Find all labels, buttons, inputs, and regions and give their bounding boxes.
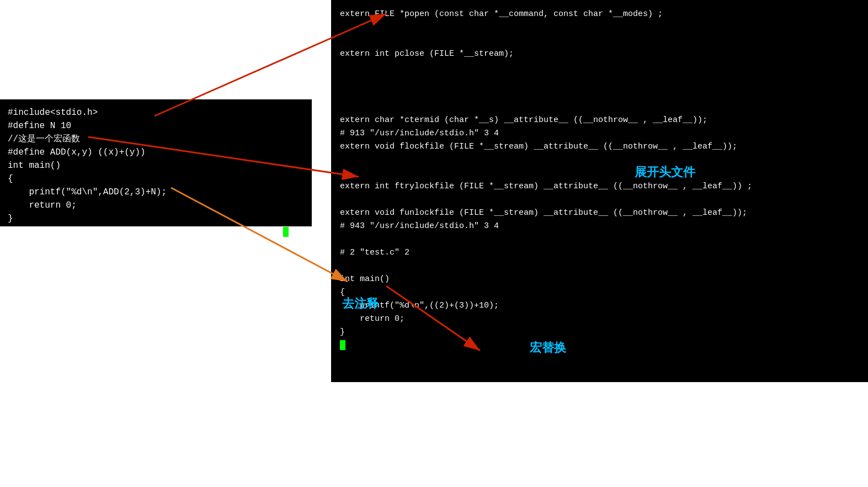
close-brace-line: } <box>8 214 13 224</box>
left-terminal: #include<stdio.h> #define N 10 //这是一个宏函数… <box>0 99 312 226</box>
pclose-line: extern int pclose (FILE *__stream); <box>340 49 514 59</box>
hash-913-line: # 913 "/usr/include/stdio.h" 3 4 <box>340 129 499 138</box>
int-main-line: int main() <box>340 274 390 284</box>
remove-comment-label: 去注释 <box>342 295 379 312</box>
ftrylockfile-line: extern int ftrylockfile (FILE *__stream)… <box>340 182 752 191</box>
ctermid-line: extern char *ctermid (char *__s) __attri… <box>340 115 707 125</box>
define-add-line: #define ADD(x,y) ((x)+(y)) <box>8 147 146 157</box>
popen-line: extern FILE *popen (const char *__comman… <box>340 9 663 19</box>
shell-prompt-line: [hanmeng@VM-0-8-centos abc]$ gcc -E test… <box>8 227 289 237</box>
comment-line: //这是一个宏函数 <box>8 134 80 144</box>
main-decl-line: int main() <box>8 161 61 171</box>
hash-2-testc-line: # 2 "test.c" 2 <box>340 248 409 257</box>
include-line: #include<stdio.h> <box>8 108 98 118</box>
right-terminal: extern FILE *popen (const char *__comman… <box>331 0 868 382</box>
bottom-cursor <box>340 341 345 350</box>
close-brace-right-line: } <box>340 327 345 337</box>
right-terminal-content: extern FILE *popen (const char *__comman… <box>340 8 859 352</box>
return-line: return 0; <box>8 200 77 210</box>
return-right-line: return 0; <box>340 314 404 324</box>
define-n-line: #define N 10 <box>8 121 71 131</box>
flockfile-line: extern void flockfile (FILE *__stream) _… <box>340 142 737 151</box>
funlockfile-line: extern void funlockfile (FILE *__stream)… <box>340 208 747 218</box>
printf-line: printf("%d\n",ADD(2,3)+N); <box>8 187 167 197</box>
hash-943-line: # 943 "/usr/include/stdio.h" 3 4 <box>340 221 499 231</box>
open-brace-line: { <box>8 174 13 184</box>
macro-replace-label: 宏替换 <box>530 340 566 356</box>
left-terminal-content: #include<stdio.h> #define N 10 //这是一个宏函数… <box>8 106 304 239</box>
expand-header-label: 展开头文件 <box>635 164 695 181</box>
